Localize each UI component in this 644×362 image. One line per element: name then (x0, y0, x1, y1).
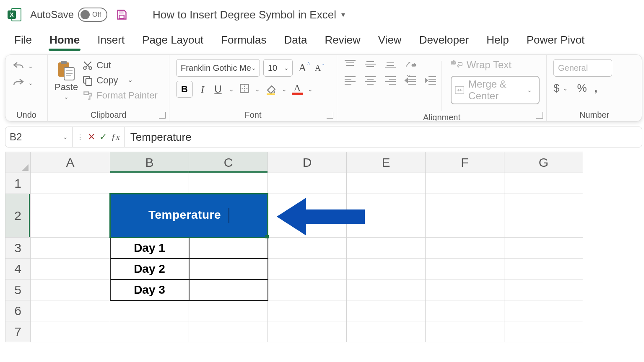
undo-button[interactable]: ⌄ (12, 61, 35, 72)
cell[interactable] (426, 279, 504, 300)
decrease-indent-button[interactable] (404, 75, 417, 85)
cell[interactable] (268, 300, 347, 321)
cell[interactable] (504, 259, 583, 279)
increase-indent-button[interactable] (424, 75, 437, 85)
cell[interactable] (31, 279, 110, 300)
cell[interactable] (426, 194, 504, 238)
cell[interactable] (426, 259, 504, 279)
italic-button[interactable]: I (196, 84, 209, 95)
cell[interactable] (426, 173, 504, 194)
redo-button[interactable]: ⌄ (12, 78, 35, 88)
merge-center-button[interactable]: Merge & Center ⌄ (451, 76, 540, 104)
row-header-5[interactable]: 5 (5, 279, 31, 300)
row-header-7[interactable]: 7 (5, 321, 31, 342)
number-format-dropdown[interactable]: General (553, 59, 612, 77)
align-center-button[interactable] (364, 75, 377, 85)
row-header-4[interactable]: 4 (5, 259, 31, 279)
row-header-3[interactable]: 3 (5, 238, 31, 259)
row-header-2[interactable]: 2 (5, 194, 31, 238)
autosave-toggle[interactable]: Off (78, 8, 107, 22)
tab-data[interactable]: Data (283, 30, 308, 52)
cell[interactable] (31, 300, 110, 321)
cell[interactable] (347, 300, 426, 321)
col-header-d[interactable]: D (268, 152, 347, 173)
cell-day-value[interactable] (189, 238, 268, 259)
tab-home[interactable]: Home (49, 30, 80, 52)
col-header-e[interactable]: E (347, 152, 426, 173)
cell[interactable] (268, 259, 347, 279)
cell[interactable] (31, 259, 110, 279)
fill-color-button[interactable] (265, 83, 277, 95)
cell-day-value[interactable] (189, 279, 268, 300)
cell-day-label[interactable]: Day 2 (110, 259, 189, 279)
cell-day-label[interactable]: Day 3 (110, 279, 189, 300)
cell[interactable] (31, 238, 110, 259)
formula-input[interactable]: Temperature (125, 131, 642, 144)
align-left-button[interactable] (344, 75, 356, 85)
cell[interactable] (504, 300, 583, 321)
align-middle-button[interactable] (364, 59, 377, 69)
increase-font-size-button[interactable]: A^ (296, 62, 309, 74)
cell[interactable] (189, 321, 268, 342)
align-right-button[interactable] (384, 75, 397, 85)
currency-button[interactable]: $⌄ (553, 82, 569, 95)
tab-page-layout[interactable]: Page Layout (141, 30, 204, 52)
cell[interactable] (110, 300, 189, 321)
cell[interactable] (426, 300, 504, 321)
bold-button[interactable]: B (176, 81, 193, 98)
font-name-dropdown[interactable]: Franklin Gothic Me ⌄ (176, 59, 260, 77)
tab-developer[interactable]: Developer (418, 30, 470, 52)
percent-button[interactable]: % (577, 82, 587, 95)
tab-view[interactable]: View (377, 30, 402, 52)
worksheet-grid[interactable]: A B C D E F G 1 2 Temperature (5, 152, 644, 362)
tab-review[interactable]: Review (324, 30, 361, 52)
row-header-6[interactable]: 6 (5, 300, 31, 321)
save-icon[interactable] (116, 9, 127, 21)
cut-button[interactable]: Cut (82, 60, 158, 71)
font-size-dropdown[interactable]: 10 ⌄ (263, 59, 293, 77)
orientation-button[interactable]: ab⌄ (404, 59, 422, 69)
enter-formula-button[interactable]: ✓ (99, 132, 107, 142)
cell[interactable] (110, 173, 189, 194)
align-bottom-button[interactable] (384, 59, 397, 69)
select-all-corner[interactable] (5, 152, 31, 173)
chevron-down-icon[interactable]: ⌄ (306, 86, 314, 93)
cell[interactable] (504, 238, 583, 259)
cell[interactable] (504, 194, 583, 238)
cell[interactable] (31, 194, 110, 238)
dialog-launcher-icon[interactable] (536, 112, 543, 119)
tab-formulas[interactable]: Formulas (220, 30, 267, 52)
col-header-f[interactable]: F (426, 152, 504, 173)
underline-button[interactable]: U (212, 83, 224, 95)
col-header-g[interactable]: G (504, 152, 583, 173)
cell-day-label[interactable]: Day 1 (110, 238, 189, 259)
tab-power-pivot[interactable]: Power Pivot (526, 30, 586, 52)
tab-insert[interactable]: Insert (96, 30, 125, 52)
col-header-c[interactable]: C (189, 152, 268, 173)
cancel-formula-button[interactable]: ✕ (88, 132, 95, 142)
cell[interactable] (426, 321, 504, 342)
chevron-down-icon[interactable]: ⌄ (253, 86, 262, 93)
cell[interactable] (268, 279, 347, 300)
copy-button[interactable]: Copy (82, 75, 158, 86)
cell[interactable] (504, 173, 583, 194)
cell[interactable] (31, 321, 110, 342)
cell[interactable] (189, 300, 268, 321)
decrease-font-size-button[interactable]: Aˇ (312, 63, 323, 73)
dialog-launcher-icon[interactable] (327, 112, 333, 119)
paste-button[interactable]: Paste ⌄ (55, 59, 78, 100)
cell[interactable] (268, 321, 347, 342)
format-painter-button[interactable]: Format Painter (82, 90, 158, 101)
name-box[interactable]: B2 ⌄ (5, 127, 73, 147)
chevron-down-icon[interactable]: ⌄ (280, 86, 288, 93)
col-header-b[interactable]: B (110, 152, 189, 173)
fx-icon[interactable]: ƒx (111, 132, 120, 142)
cell[interactable] (31, 173, 110, 194)
dialog-launcher-icon[interactable] (159, 112, 166, 119)
col-header-a[interactable]: A (31, 152, 110, 173)
document-title[interactable]: How to Insert Degree Symbol in Excel ▾ (153, 8, 345, 21)
row-header-1[interactable]: 1 (5, 173, 31, 194)
cell[interactable] (268, 173, 347, 194)
cell[interactable] (347, 238, 426, 259)
comma-style-button[interactable]: , (595, 82, 597, 95)
